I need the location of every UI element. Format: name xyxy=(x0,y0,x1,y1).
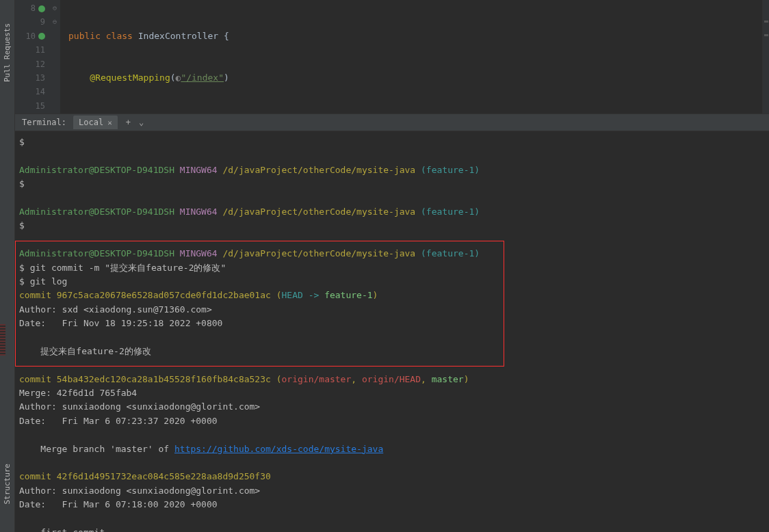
fold-column: ⊖⊖ xyxy=(49,0,60,114)
date-line: Date: Fri Mar 6 07:18:00 2020 +0000 xyxy=(19,498,765,511)
run-icon[interactable] xyxy=(38,33,45,40)
date-line: Date: Fri Nov 18 19:25:18 2022 +0800 xyxy=(19,317,765,330)
new-session-button[interactable]: + xyxy=(126,118,131,127)
vcs-stripe xyxy=(0,324,5,356)
terminal-header: Terminal: Local ✕ + ⌄ xyxy=(15,114,769,131)
commit-msg: Merge branch 'master' of https://github.… xyxy=(19,442,765,456)
code-area[interactable]: public class IndexController { @RequestM… xyxy=(60,0,769,114)
editor-pane: 8 9 10 11 12 13 14 15 ⊖⊖ public class In… xyxy=(15,0,769,114)
line-number: 14 xyxy=(36,87,45,96)
line-number: 15 xyxy=(36,101,45,111)
commit-msg: first commit xyxy=(19,526,765,532)
merge-line: Merge: 42f6d1d 765fab4 xyxy=(19,386,765,400)
terminal-tab-local[interactable]: Local ✕ xyxy=(73,116,118,129)
line-number: 13 xyxy=(36,73,45,83)
author-line: Author: sxd <xiaodong.sun@71360.com> xyxy=(19,303,765,317)
prompt-dollar: $ xyxy=(19,135,765,149)
commit-line: commit 54ba432edc120ca28a1b45528f160fb84… xyxy=(19,373,765,386)
tool-window-rail: Pull Requests Structure xyxy=(0,0,15,532)
git-log-cmd: $ git log xyxy=(19,275,765,289)
line-number: 12 xyxy=(36,59,45,69)
terminal-title: Terminal: xyxy=(15,118,73,127)
commit-msg: 提交来自feature-2的修改 xyxy=(19,345,765,358)
terminal-output[interactable]: $ Administrator@DESKTOP-D941DSH MINGW64 … xyxy=(15,131,769,532)
line-number: 10 xyxy=(26,31,36,41)
line-number: 11 xyxy=(36,45,45,55)
git-prompt: Administrator@DESKTOP-D941DSH MINGW64 /d… xyxy=(19,247,765,261)
author-line: Author: sunxiaodong <sunxiaodong@glorint… xyxy=(19,400,765,414)
git-commit-cmd: $ git commit -m "提交来自feature-2的修改" xyxy=(19,261,765,275)
commit-line: commit 967c5aca20678e6528ad057cde0fd1dc2… xyxy=(19,289,765,302)
line-number: 9 xyxy=(40,17,45,27)
author-line: Author: sunxiaodong <sunxiaodong@glorint… xyxy=(19,484,765,498)
editor-scrollbar[interactable] xyxy=(762,0,769,114)
line-number: 8 xyxy=(31,3,36,13)
rail-structure[interactable]: Structure xyxy=(3,464,12,505)
run-icon[interactable] xyxy=(38,5,45,12)
tab-label: Local xyxy=(79,118,103,127)
dropdown-icon[interactable]: ⌄ xyxy=(139,118,144,127)
git-prompt: Administrator@DESKTOP-D941DSH MINGW64 /d… xyxy=(19,205,765,219)
commit-line: commit 42f6d1d4951732eac084c585e228aa8d9… xyxy=(19,470,765,483)
git-prompt: Administrator@DESKTOP-D941DSH MINGW64 /d… xyxy=(19,163,765,177)
gutter: 8 9 10 11 12 13 14 15 xyxy=(15,0,49,114)
date-line: Date: Fri Mar 6 07:23:37 2020 +0000 xyxy=(19,414,765,428)
rail-pull-requests[interactable]: Pull Requests xyxy=(3,23,12,82)
repo-link[interactable]: https://github.com/xds-code/mysite-java xyxy=(174,444,383,454)
close-icon[interactable]: ✕ xyxy=(107,118,112,127)
